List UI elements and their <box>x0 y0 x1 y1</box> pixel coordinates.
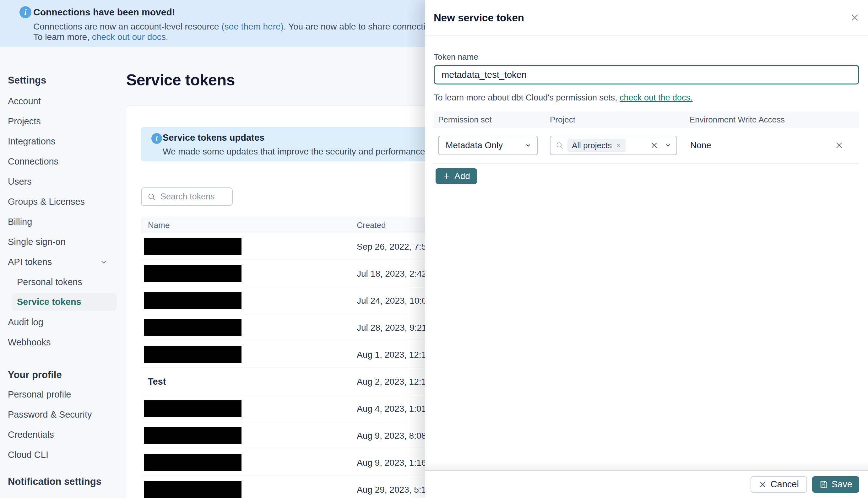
search-input[interactable] <box>160 192 228 201</box>
token-name-label: Token name <box>434 52 859 62</box>
redacted-token-name <box>144 454 241 471</box>
sidebar-profile-list: Personal profilePassword & SecurityCrede… <box>0 384 126 465</box>
panel-header: New service token <box>425 0 868 36</box>
chevron-down-icon[interactable] <box>665 142 671 149</box>
sidebar-item-connections[interactable]: Connections <box>0 151 126 171</box>
sidebar-item-audit-log[interactable]: Audit log <box>0 312 126 332</box>
clear-selection-icon[interactable] <box>650 141 658 149</box>
page-title: Service tokens <box>126 71 235 89</box>
sidebar-item-billing[interactable]: Billing <box>0 212 126 232</box>
redacted-token-name <box>144 427 241 444</box>
new-service-token-panel: New service token Token name To learn mo… <box>425 0 868 498</box>
save-disk-icon <box>819 480 828 489</box>
sidebar-item-users[interactable]: Users <box>0 171 126 192</box>
save-button[interactable]: Save <box>812 476 859 493</box>
sidebar-item-integrations[interactable]: Integrations <box>0 131 126 151</box>
add-permission-button[interactable]: Add <box>436 168 477 184</box>
sidebar-item-webhooks[interactable]: Webhooks <box>0 332 126 352</box>
chevron-down-icon <box>525 142 532 149</box>
sidebar-item-cloud-cli[interactable]: Cloud CLI <box>0 445 126 465</box>
search-icon <box>555 141 564 149</box>
sidebar-item-personal-profile[interactable]: Personal profile <box>0 384 126 404</box>
project-tag-label: All projects <box>572 141 612 150</box>
redacted-token-name <box>144 319 241 336</box>
sidebar-item-personal-tokens[interactable]: Personal tokens <box>0 272 126 292</box>
panel-title: New service token <box>434 12 524 24</box>
header-permission-set: Permission set <box>438 115 550 124</box>
close-icon <box>759 481 767 488</box>
sidebar-item-groups-licenses[interactable]: Groups & Licenses <box>0 192 126 212</box>
search-icon <box>147 193 156 201</box>
screen: i Connections have been moved! Connectio… <box>0 0 868 498</box>
permissions-grid-header: Permission set Project Environment Write… <box>434 112 859 128</box>
sidebar-header-notification-settings: Notification settings <box>8 475 126 488</box>
redacted-token-name <box>144 346 241 363</box>
remove-permission-row-icon[interactable] <box>835 141 843 150</box>
panel-footer: Cancel Save <box>425 470 868 498</box>
search-tokens-box <box>141 187 233 206</box>
permission-set-value: Metadata Only <box>446 140 503 150</box>
remove-tag-icon[interactable] <box>616 143 621 148</box>
permission-set-select[interactable]: Metadata Only <box>438 136 538 155</box>
cancel-button[interactable]: Cancel <box>751 476 807 493</box>
redacted-token-name <box>144 400 241 417</box>
header-project: Project <box>550 115 689 124</box>
plus-icon <box>443 172 451 180</box>
redacted-token-name <box>144 481 241 498</box>
column-header-name: Name <box>141 220 357 230</box>
sidebar-item-credentials[interactable]: Credentials <box>0 424 126 445</box>
sidebar-item-password-security[interactable]: Password & Security <box>0 404 126 424</box>
sidebar-nav-list: AccountProjectsIntegrationsConnectionsUs… <box>0 91 126 352</box>
panel-body: Token name To learn more about dbt Cloud… <box>425 52 868 184</box>
permission-row: Metadata Only All projects <box>434 136 859 155</box>
sidebar-header-your-profile: Your profile <box>8 369 126 381</box>
divider <box>434 163 859 163</box>
sidebar-item-account[interactable]: Account <box>0 91 126 111</box>
info-icon: i <box>19 6 31 18</box>
sidebar-item-single-sign-on[interactable]: Single sign-on <box>0 232 126 252</box>
project-tag: All projects <box>567 139 626 152</box>
project-multiselect[interactable]: All projects <box>550 136 677 155</box>
environment-write-access-value: None <box>690 140 711 150</box>
see-them-here-link[interactable]: (see them here) <box>221 22 284 31</box>
sidebar-item-api-tokens[interactable]: API tokens <box>0 252 126 272</box>
sidebar-item-projects[interactable]: Projects <box>0 111 126 131</box>
redacted-token-name <box>144 265 241 282</box>
permission-docs-line: To learn more about dbt Cloud's permissi… <box>434 93 859 103</box>
redacted-token-name <box>144 238 241 255</box>
token-name-input[interactable] <box>434 65 859 84</box>
settings-sidebar: Settings AccountProjectsIntegrationsConn… <box>0 47 126 498</box>
header-environment-write-access: Environment Write Access <box>689 115 785 124</box>
check-docs-link[interactable]: check out our docs. <box>92 32 168 42</box>
info-icon: i <box>152 133 162 144</box>
sidebar-item-service-tokens[interactable]: Service tokens <box>0 293 126 311</box>
check-out-docs-link[interactable]: check out the docs. <box>620 93 693 102</box>
token-name: Test <box>141 377 357 387</box>
chevron-down-icon <box>100 259 108 266</box>
redacted-token-name <box>144 292 241 309</box>
sidebar-header-settings: Settings <box>8 74 126 87</box>
close-icon[interactable] <box>847 10 862 25</box>
